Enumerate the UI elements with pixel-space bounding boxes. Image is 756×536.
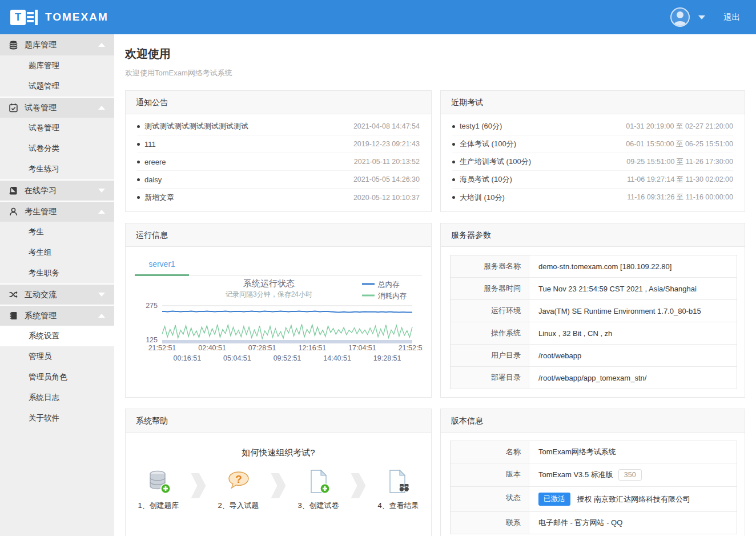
svg-text:21:52:51: 21:52:51 bbox=[148, 344, 176, 352]
sidebar-item-管理员角色[interactable]: 管理员角色 bbox=[0, 367, 114, 387]
table-row: 状态已激活授权 南京致汇达网络科技有限公司 bbox=[451, 487, 737, 512]
sidebar-item-管理员[interactable]: 管理员 bbox=[0, 346, 114, 367]
svg-text:125: 125 bbox=[146, 336, 158, 344]
help-step-label: 4、查看结果 bbox=[377, 501, 419, 511]
sidebar-item-试卷管理[interactable]: 试卷管理 bbox=[0, 118, 114, 138]
sidebar: 题库管理题库管理试题管理试卷管理试卷管理试卷分类考生练习在线学习考生管理考生考生… bbox=[0, 34, 114, 536]
sidebar-item-考生练习[interactable]: 考生练习 bbox=[0, 159, 114, 179]
server-params-card: 服务器参数 服务器名称demo-stn.tomexam.com [180.109… bbox=[440, 223, 745, 398]
sidebar-group-考生管理[interactable]: 考生管理 bbox=[0, 201, 114, 222]
sidebar-item-考生[interactable]: 考生 bbox=[0, 222, 114, 242]
sidebar-group-题库管理[interactable]: 题库管理 bbox=[0, 34, 114, 55]
chart-title: 系统运行状态 bbox=[243, 278, 295, 288]
row-label: 运行环境 bbox=[451, 300, 529, 322]
server-params-card-title: 服务器参数 bbox=[441, 223, 745, 247]
list-item-title[interactable]: 111 bbox=[137, 140, 156, 149]
table-row: 运行环境Java(TM) SE Runtime Environment 1.7.… bbox=[451, 300, 737, 322]
notices-card-title: 通知公告 bbox=[126, 91, 431, 114]
help-step: 3、创建试卷 bbox=[289, 469, 348, 511]
list-item-title[interactable]: 新增文章 bbox=[137, 193, 174, 203]
page-title: 欢迎使用 bbox=[125, 46, 745, 62]
sidebar-item-试卷分类[interactable]: 试卷分类 bbox=[0, 138, 114, 159]
sidebar-item-考生组[interactable]: 考生组 bbox=[0, 242, 114, 263]
user-avatar[interactable] bbox=[670, 7, 690, 27]
list-item: daisy2021-05-05 14:26:30 bbox=[137, 171, 420, 189]
collapse-arrow-icon[interactable] bbox=[98, 106, 105, 110]
list-item-title[interactable]: 海员考试 (10分) bbox=[452, 174, 512, 185]
notices-list: 测试测试测试测试测试测试测试2021-04-08 14:47:541112019… bbox=[126, 114, 431, 211]
list-item-title[interactable]: daisy bbox=[137, 175, 162, 184]
list-item: 测试测试测试测试测试测试测试2021-04-08 14:47:54 bbox=[137, 118, 420, 135]
chart-svg: 系统运行状态记录间隔3分钟，保存24小时总内存消耗内存27512521:52:5… bbox=[135, 277, 423, 367]
sidebar-group-label: 系统管理 bbox=[25, 311, 57, 321]
chevron-down-icon[interactable] bbox=[698, 15, 705, 19]
recent-exams-card: 近期考试 testy1 (60分)01-31 20:19:00 至 02-27 … bbox=[440, 90, 745, 212]
sidebar-group-label: 试卷管理 bbox=[25, 103, 57, 113]
tab-server1[interactable]: server1 bbox=[135, 255, 189, 276]
sidebar-group-在线学习[interactable]: 在线学习 bbox=[0, 179, 114, 201]
table-row: 操作系统Linux , 32 Bit , CN , zh bbox=[451, 322, 737, 345]
help-step: ?2、导入试题 bbox=[209, 469, 268, 511]
row-value: /root/webapp/app_tomexam_stn/ bbox=[529, 367, 737, 389]
collapse-arrow-icon[interactable] bbox=[98, 210, 105, 214]
version-card-title: 版本信息 bbox=[441, 409, 745, 433]
chart-subtitle: 记录间隔3分钟，保存24小时 bbox=[226, 290, 312, 298]
sidebar-item-试题管理[interactable]: 试题管理 bbox=[0, 76, 114, 97]
sidebar-item-题库管理[interactable]: 题库管理 bbox=[0, 55, 114, 76]
row-value: /root/webapp bbox=[529, 345, 737, 366]
sidebar-group-系统管理[interactable]: 系统管理 bbox=[0, 305, 114, 326]
bullet-icon bbox=[452, 125, 455, 128]
sidebar-group-互动交流[interactable]: 互动交流 bbox=[0, 283, 114, 305]
help-step: 1、创建题库 bbox=[129, 469, 188, 511]
bullet-icon bbox=[452, 161, 455, 163]
list-item-title[interactable]: 全体考试 (100分) bbox=[452, 139, 516, 149]
row-value[interactable]: 电子邮件 - 官方网站 - QQ bbox=[529, 512, 737, 534]
sidebar-item-关于软件[interactable]: 关于软件 bbox=[0, 408, 114, 429]
list-item-date: 01-31 20:19:00 至 02-27 21:20:00 bbox=[626, 122, 733, 131]
list-item-date: 06-01 15:50:00 至 06-25 15:51:00 bbox=[626, 139, 733, 149]
list-item-title[interactable]: 大培训 (10分) bbox=[452, 193, 505, 203]
row-label: 服务器时间 bbox=[451, 278, 529, 299]
sidebar-group-label: 在线学习 bbox=[25, 186, 57, 196]
collapse-arrow-icon[interactable] bbox=[98, 314, 105, 318]
status-badge: 已激活 bbox=[538, 493, 570, 506]
list-item: 全体考试 (100分)06-01 15:50:00 至 06-25 15:51:… bbox=[452, 135, 733, 153]
expand-arrow-icon[interactable] bbox=[98, 189, 105, 193]
sidebar-item-系统设置[interactable]: 系统设置 bbox=[0, 326, 114, 346]
list-item-title[interactable]: 测试测试测试测试测试测试测试 bbox=[137, 121, 248, 131]
sidebar-item-系统日志[interactable]: 系统日志 bbox=[0, 387, 114, 408]
table-row: 服务器时间Tue Nov 23 21:54:59 CST 2021 , Asia… bbox=[451, 278, 737, 300]
version-card: 版本信息 名称TomExam网络考试系统版本TomExam V3.5 标准版35… bbox=[440, 409, 745, 536]
list-item-title[interactable]: ereere bbox=[137, 158, 166, 166]
svg-text:12:16:51: 12:16:51 bbox=[298, 344, 326, 352]
table-row: 名称TomExam网络考试系统 bbox=[451, 441, 737, 463]
help-step-label: 2、导入试题 bbox=[218, 501, 259, 511]
table-row: 服务器名称demo-stn.tomexam.com [180.109.22.80… bbox=[451, 255, 737, 278]
list-item-date: 11-16 09:31:26 至 11-16 00:00:00 bbox=[627, 193, 733, 202]
step-arrow-icon bbox=[271, 473, 286, 498]
row-label: 服务器名称 bbox=[451, 255, 529, 277]
collapse-arrow-icon[interactable] bbox=[98, 43, 105, 47]
row-label: 部署目录 bbox=[451, 367, 529, 389]
row-value: demo-stn.tomexam.com [180.109.22.80] bbox=[529, 255, 737, 277]
svg-text:275: 275 bbox=[146, 302, 158, 310]
list-item-date: 2019-12-23 09:21:43 bbox=[353, 140, 420, 148]
sidebar-group-试卷管理[interactable]: 试卷管理 bbox=[0, 97, 114, 118]
bubble-question-icon: ? bbox=[226, 469, 252, 495]
list-item-title[interactable]: 生产培训考试 (100分) bbox=[452, 157, 531, 167]
server-tabs: server1 bbox=[135, 255, 422, 276]
sidebar-item-考生职务[interactable]: 考生职务 bbox=[0, 263, 114, 283]
book-icon bbox=[9, 186, 18, 195]
expand-arrow-icon[interactable] bbox=[98, 293, 105, 297]
memory-chart: 系统运行状态记录间隔3分钟，保存24小时总内存消耗内存27512521:52:5… bbox=[135, 277, 422, 370]
database-add-icon bbox=[146, 469, 172, 495]
top-header: T TOMEXAM 退出 bbox=[0, 0, 756, 34]
svg-text:07:28:51: 07:28:51 bbox=[248, 344, 276, 352]
bullet-icon bbox=[137, 161, 140, 163]
row-label: 名称 bbox=[451, 441, 529, 463]
help-card: 系统帮助 如何快速组织考试? 1、创建题库?2、导入试题3、创建试卷4、查看结果 bbox=[125, 409, 432, 536]
list-item-title[interactable]: testy1 (60分) bbox=[452, 121, 502, 131]
logout-button[interactable]: 退出 bbox=[723, 12, 740, 23]
row-label: 状态 bbox=[451, 487, 529, 511]
runtime-card: 运行信息 server1 系统运行状态记录间隔3分钟，保存24小时总内存消耗内存… bbox=[125, 223, 432, 398]
